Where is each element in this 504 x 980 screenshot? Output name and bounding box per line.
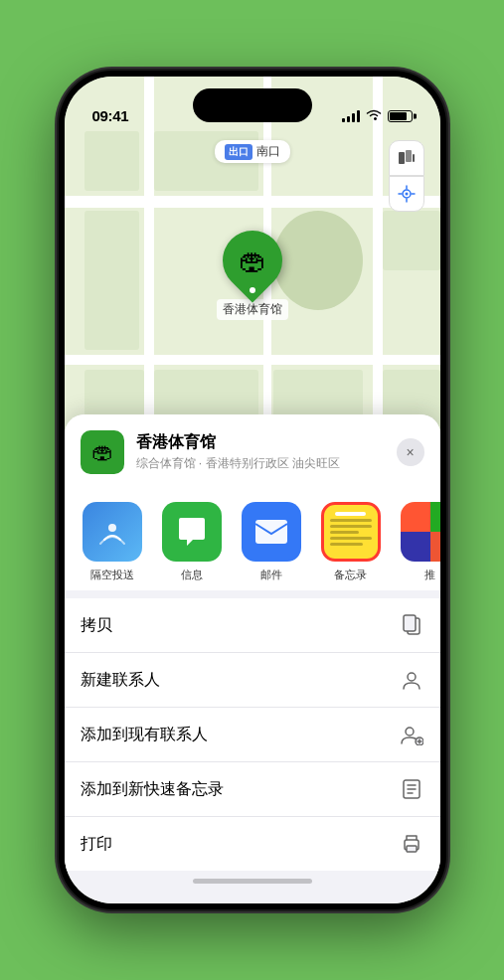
- venue-info: 香港体育馆 综合体育馆 · 香港特别行政区 油尖旺区: [136, 432, 385, 472]
- mail-label: 邮件: [260, 568, 282, 582]
- signal-bar-4: [357, 110, 360, 122]
- notes-icon: [321, 502, 381, 562]
- notes-line-4: [330, 537, 372, 540]
- map-road: [65, 355, 440, 365]
- notes-line-3: [330, 531, 359, 534]
- phone-screen: 09:41: [65, 77, 440, 903]
- location-name: 南口: [256, 143, 280, 160]
- new-contact-icon: [399, 667, 424, 693]
- svg-rect-6: [255, 520, 287, 544]
- signal-bar-2: [347, 116, 350, 122]
- action-print-label: 打印: [81, 834, 112, 855]
- action-new-contact-label: 新建联系人: [81, 670, 160, 691]
- action-new-contact[interactable]: 新建联系人: [65, 653, 440, 708]
- airdrop-icon: [83, 502, 142, 562]
- map-type-button[interactable]: [389, 140, 424, 176]
- map-block: [84, 131, 139, 191]
- action-copy[interactable]: 拷贝: [65, 598, 440, 653]
- action-add-existing-label: 添加到现有联系人: [81, 725, 208, 745]
- svg-rect-8: [404, 615, 416, 631]
- action-add-notes[interactable]: 添加到新快速备忘录: [65, 762, 440, 817]
- more-label: 推: [424, 568, 435, 582]
- dynamic-island: [193, 88, 312, 122]
- svg-point-4: [405, 193, 408, 196]
- share-item-mail[interactable]: 邮件: [240, 502, 303, 582]
- notes-line-1: [330, 519, 372, 522]
- copy-icon: [399, 612, 424, 638]
- airdrop-label: 隔空投送: [90, 568, 134, 582]
- svg-point-10: [406, 728, 414, 735]
- svg-point-9: [408, 673, 416, 681]
- svg-rect-14: [407, 846, 417, 852]
- svg-point-5: [108, 524, 116, 532]
- battery-icon: [388, 110, 413, 122]
- my-location-button[interactable]: [389, 176, 424, 212]
- venue-name: 香港体育馆: [136, 432, 385, 453]
- share-item-more[interactable]: 推: [399, 502, 440, 582]
- wifi-icon: [366, 108, 382, 124]
- more-icon: [401, 502, 440, 562]
- svg-rect-2: [413, 154, 415, 162]
- notes-header-line: [335, 512, 367, 516]
- sheet-header: 🏟 香港体育馆 综合体育馆 · 香港特别行政区 油尖旺区 ×: [65, 414, 440, 486]
- map-block: [84, 211, 139, 350]
- svg-rect-0: [399, 152, 405, 164]
- stadium-icon: 🏟: [239, 245, 266, 277]
- share-actions-row: 隔空投送 信息: [65, 486, 440, 590]
- stadium-pin[interactable]: 🏟 香港体育馆: [217, 231, 288, 320]
- venue-description: 综合体育馆 · 香港特别行政区 油尖旺区: [136, 455, 385, 472]
- home-indicator: [193, 879, 312, 884]
- signal-bar-3: [352, 113, 355, 122]
- map-block: [383, 211, 440, 270]
- map-controls[interactable]: [389, 140, 424, 212]
- share-item-messages[interactable]: 信息: [160, 502, 224, 582]
- action-add-notes-label: 添加到新快速备忘录: [81, 779, 224, 800]
- notes-line-5: [330, 543, 364, 546]
- battery-fill: [390, 112, 408, 120]
- add-existing-icon: [399, 722, 424, 747]
- action-print[interactable]: 打印: [65, 817, 440, 871]
- map-road: [65, 196, 440, 208]
- action-add-existing[interactable]: 添加到现有联系人: [65, 708, 440, 762]
- home-indicator-area: [65, 871, 440, 884]
- phone-frame: 09:41: [59, 71, 446, 909]
- add-notes-icon: [399, 776, 424, 802]
- venue-icon: 🏟: [81, 430, 124, 474]
- messages-label: 信息: [181, 568, 203, 582]
- print-icon: [399, 831, 424, 857]
- action-list: 拷贝 新建联系人: [65, 598, 440, 871]
- status-time: 09:41: [92, 107, 129, 124]
- sheet-divider: [65, 590, 440, 598]
- svg-rect-1: [406, 150, 412, 162]
- location-label: 出口 南口: [215, 140, 290, 163]
- status-icons: [342, 108, 413, 124]
- bottom-sheet: 🏟 香港体育馆 综合体育馆 · 香港特别行政区 油尖旺区 ×: [65, 414, 440, 903]
- pin-dot: [250, 287, 255, 293]
- signal-bars-icon: [342, 110, 360, 122]
- location-tag: 出口: [225, 144, 252, 160]
- action-copy-label: 拷贝: [81, 615, 112, 636]
- messages-icon: [162, 502, 222, 562]
- close-button[interactable]: ×: [397, 438, 424, 466]
- notes-label: 备忘录: [334, 568, 367, 582]
- share-item-notes[interactable]: 备忘录: [319, 502, 383, 582]
- signal-bar-1: [342, 118, 345, 122]
- mail-icon: [242, 502, 301, 562]
- notes-line-2: [330, 525, 372, 528]
- share-item-airdrop[interactable]: 隔空投送: [81, 502, 144, 582]
